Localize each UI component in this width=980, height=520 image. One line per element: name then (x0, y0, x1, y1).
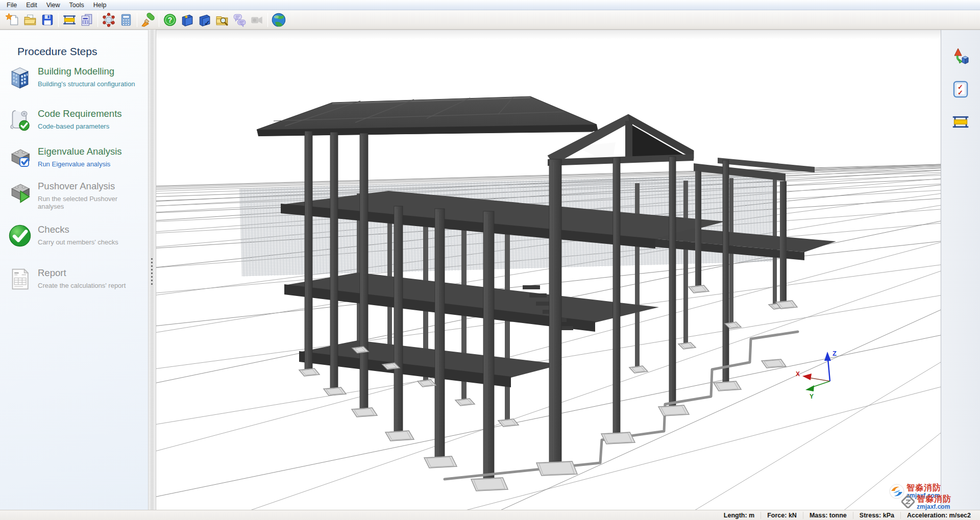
sidebar-title: Procedure Steps (17, 45, 97, 58)
status-stress: Stress: kPa (853, 512, 900, 519)
toolbar-separator (97, 13, 98, 27)
menu-tools[interactable]: Tools (65, 1, 89, 10)
help-icon[interactable]: ? (161, 12, 179, 28)
watermark-text-url: zmjaxf.com (917, 504, 951, 510)
star-glyph: ★ (184, 13, 189, 19)
status-force: Force: kN (761, 512, 803, 519)
open-project-icon[interactable] (21, 12, 39, 28)
forum-chat-icon[interactable] (231, 12, 248, 28)
step-title: Code Requirements (38, 108, 122, 119)
step-subtitle: Building's structural configuration (38, 80, 135, 88)
axis-z-label: Z (832, 350, 837, 357)
menu-view[interactable]: View (42, 1, 65, 10)
view-tools-strip: ✓ ✓ (941, 30, 980, 510)
step-subtitle: Carry out members' checks (38, 238, 118, 246)
step-building-modelling[interactable]: Building Modelling Building's structural… (7, 65, 141, 96)
checked-book-icon[interactable]: ✓ (196, 12, 213, 28)
building-model (257, 96, 836, 479)
step-title: Pushover Analysis (38, 181, 115, 192)
ground-boundary-line (445, 332, 798, 479)
report-view-icon[interactable] (78, 12, 95, 28)
frame-section-icon[interactable] (950, 112, 971, 132)
check-glyph: ✓ (204, 18, 210, 27)
status-length: Length: m (718, 512, 761, 519)
model-3d-search-icon[interactable] (100, 12, 117, 28)
checks-icon (8, 224, 32, 247)
toolbar-separator (58, 13, 59, 27)
menu-bar: File Edit View Tools Help (0, 0, 980, 10)
procedure-steps-panel: Procedure Steps (0, 30, 148, 510)
tutorial-book-icon[interactable]: ★ (179, 12, 196, 28)
toolbar-separator (267, 13, 268, 27)
splitter-grip-dots (151, 258, 153, 285)
step-code-requirements[interactable]: Code Requirements Code-based parameters (7, 107, 141, 139)
calculator-icon[interactable] (117, 12, 135, 28)
status-acceleration: Acceleration: m/sec2 (900, 512, 977, 519)
question-glyph: ? (168, 16, 173, 24)
watermark: 智淼消防 zmjaxf.com 智淼消防 zmjaxf.com (889, 484, 951, 510)
checklist-icon[interactable]: ✓ ✓ (950, 79, 971, 100)
axis-x-label: X (796, 370, 800, 378)
step-report[interactable]: Report Create the calculations' report (7, 266, 141, 298)
watermark-text-cn: 智淼消防 (917, 495, 951, 504)
building-icon (8, 66, 32, 89)
building-3d-scene: Z X Y (156, 30, 941, 510)
watermark-text-cn: 智淼消防 (906, 484, 941, 492)
gable-roof (257, 96, 694, 166)
step-title: Building Modelling (38, 66, 114, 77)
step-title: Checks (38, 224, 69, 235)
main-toolbar: ? ★ ✓ (0, 10, 980, 30)
paintbrush-icon[interactable] (139, 12, 157, 28)
model-3d-viewport[interactable]: Z X Y (156, 30, 941, 510)
eigenvalue-engine-icon (8, 146, 32, 169)
step-pushover-analysis[interactable]: Pushover Analysis Run the selected Pusho… (7, 180, 141, 211)
step-subtitle: Create the calculations' report (38, 282, 126, 289)
toolbar-separator (137, 13, 137, 27)
menu-edit[interactable]: Edit (21, 1, 42, 10)
step-title: Eigenvalue Analysis (38, 146, 122, 157)
pushover-engine-icon (8, 181, 32, 204)
save-project-icon[interactable] (39, 12, 56, 28)
step-subtitle: Code-based parameters (38, 122, 109, 130)
check-glyph: ✓ (958, 89, 963, 96)
view-orientation-icon[interactable] (950, 46, 971, 67)
website-globe-icon[interactable] (270, 12, 287, 28)
new-project-icon[interactable] (4, 12, 21, 28)
frame-section-icon[interactable] (61, 12, 78, 28)
status-mass: Mass: tonne (803, 512, 853, 519)
menu-help[interactable]: Help (89, 1, 111, 10)
step-checks[interactable]: Checks Carry out members' checks (7, 223, 141, 255)
search-folder-icon[interactable] (213, 12, 231, 28)
sidebar-splitter[interactable] (148, 30, 156, 510)
step-subtitle: Run the selected Pushover analyses (38, 195, 141, 210)
watermark-logo-icon (901, 495, 915, 508)
axis-triad: Z X Y (796, 350, 837, 400)
viewport-top-fade (156, 30, 941, 39)
video-capture-icon[interactable] (248, 12, 265, 28)
axis-y-label: Y (810, 393, 814, 400)
step-subtitle: Run Eigenvalue analysis (38, 160, 110, 168)
toolbar-separator (159, 13, 159, 27)
step-eigenvalue-analysis[interactable]: Eigenvalue Analysis Run Eigenvalue analy… (7, 145, 141, 177)
units-status-bar: Length: m Force: kN Mass: tonne Stress: … (0, 510, 980, 520)
step-title: Report (38, 267, 66, 279)
report-icon (8, 267, 32, 291)
menu-file[interactable]: File (2, 1, 21, 10)
code-scroll-icon (8, 108, 32, 132)
